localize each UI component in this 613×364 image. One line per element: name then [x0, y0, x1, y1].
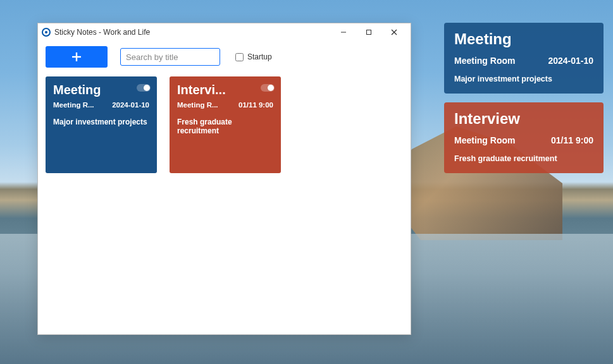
pin-toggle[interactable] [137, 84, 151, 92]
desktop-sticky[interactable]: Interview Meeting Room 01/11 9:00 Fresh … [444, 102, 604, 173]
add-note-button[interactable] [46, 46, 108, 68]
card-meta: Meeting R... 2024-01-10 [53, 101, 149, 109]
window-title: Sticky Notes - Work and Life [54, 28, 150, 37]
card-title: Intervi... [177, 83, 273, 97]
sticky-time: 2024-01-10 [548, 56, 593, 66]
desktop: Sticky Notes - Work and Life [0, 0, 613, 364]
card-body: Fresh graduate recruitment [177, 118, 273, 135]
sticky-location: Meeting Room [454, 135, 515, 145]
desktop-sticky[interactable]: Meeting Meeting Room 2024-01-10 Major in… [444, 23, 604, 94]
search-input[interactable] [120, 48, 220, 66]
cards-grid: Meeting Meeting R... 2024-01-10 Major in… [38, 76, 411, 173]
sticky-title: Interview [454, 110, 593, 128]
sticky-time: 01/11 9:00 [551, 135, 593, 145]
minimize-button[interactable] [331, 23, 356, 41]
card-meta: Meeting R... 01/11 9:00 [177, 101, 273, 109]
startup-label: Startup [247, 52, 272, 61]
startup-option[interactable]: Startup [235, 52, 272, 61]
card-body: Major investment projects [53, 118, 149, 126]
card-time: 01/11 9:00 [238, 101, 273, 109]
sticky-title: Meeting [454, 30, 593, 48]
sticky-meta: Meeting Room 01/11 9:00 [454, 135, 593, 145]
svg-rect-1 [367, 30, 371, 35]
sticky-location: Meeting Room [454, 56, 515, 66]
app-icon [42, 28, 51, 37]
sticky-body: Fresh graduate recruitment [454, 154, 593, 163]
close-button[interactable] [381, 23, 407, 41]
card-time: 2024-01-10 [112, 101, 149, 109]
card-location: Meeting R... [177, 101, 218, 109]
startup-checkbox[interactable] [235, 53, 244, 61]
app-window: Sticky Notes - Work and Life [37, 23, 411, 335]
sticky-body: Major investment projects [454, 75, 593, 83]
pin-toggle[interactable] [261, 84, 275, 92]
window-controls [331, 23, 407, 41]
plus-icon [71, 51, 82, 63]
note-card[interactable]: Intervi... Meeting R... 01/11 9:00 Fresh… [170, 76, 281, 173]
note-card[interactable]: Meeting Meeting R... 2024-01-10 Major in… [46, 76, 157, 173]
toolbar: Startup [38, 41, 411, 76]
sticky-meta: Meeting Room 2024-01-10 [454, 56, 593, 66]
card-title: Meeting [53, 83, 149, 97]
card-location: Meeting R... [53, 101, 94, 109]
titlebar[interactable]: Sticky Notes - Work and Life [38, 23, 411, 41]
maximize-button[interactable] [356, 23, 381, 41]
